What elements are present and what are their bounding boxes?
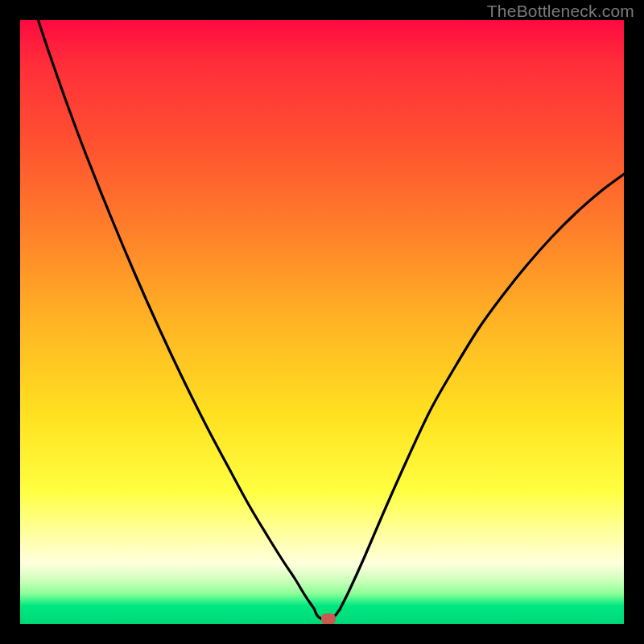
chart-frame: TheBottleneck.com [0, 0, 644, 644]
curve-path [39, 20, 625, 620]
bottleneck-curve [20, 20, 624, 624]
watermark-text: TheBottleneck.com [487, 2, 634, 21]
optimal-point-marker [321, 613, 336, 624]
chart-plot-area [20, 20, 624, 624]
